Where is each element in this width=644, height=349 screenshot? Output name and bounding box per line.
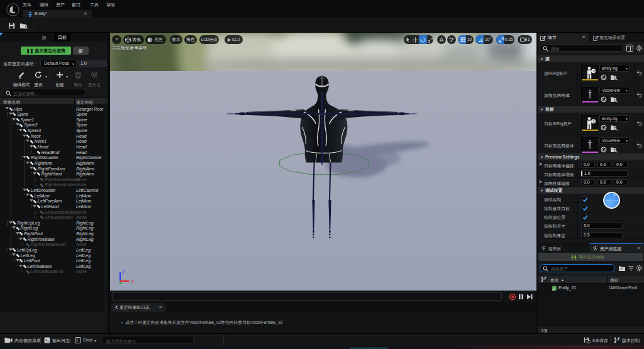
svg-text:Z: Z (122, 270, 125, 274)
svg-text:X: X (131, 279, 134, 284)
